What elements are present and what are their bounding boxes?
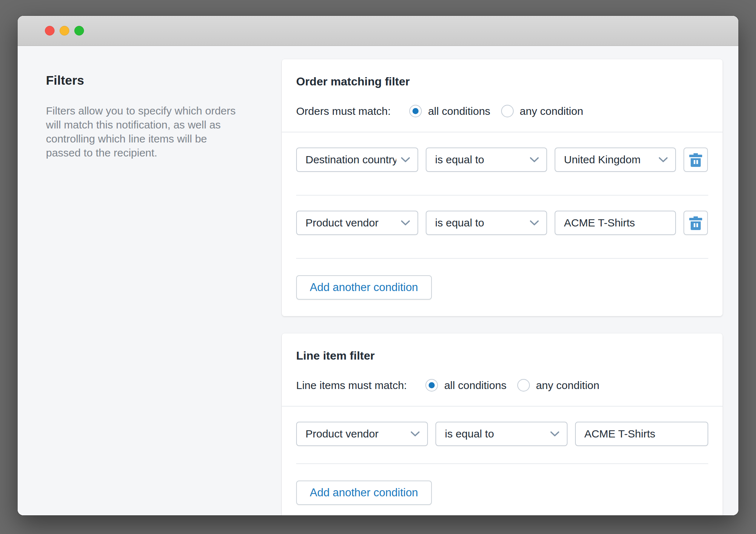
line-item-match-mode-row: Line items must match: all conditions an…	[296, 379, 708, 392]
condition-operator-select[interactable]: is equal to	[435, 422, 567, 446]
order-match-any-option[interactable]: any condition	[501, 105, 583, 117]
order-filter-title: Order matching filter	[296, 75, 708, 88]
page-title: Filters	[46, 73, 236, 88]
filter-cards: Order matching filter Orders must match:…	[282, 59, 723, 515]
filters-annotation-panel: Filters Filters allow you to specify whi…	[46, 73, 236, 160]
condition-value-input[interactable]	[575, 422, 708, 446]
condition-operator-value: is equal to	[435, 154, 525, 166]
filters-description: Filters allow you to specify which order…	[46, 104, 236, 160]
chevron-down-icon	[658, 157, 668, 163]
radio-button-icon[interactable]	[501, 105, 514, 117]
condition-operator-value: is equal to	[445, 428, 545, 440]
condition-field-value: Product vendor	[305, 428, 406, 440]
condition-value: United Kingdom	[564, 154, 654, 166]
delete-condition-button[interactable]	[683, 211, 708, 235]
order-match-mode-row: Orders must match: all conditions any co…	[296, 105, 708, 117]
condition-operator-select[interactable]: is equal to	[426, 147, 547, 172]
radio-button-icon[interactable]	[409, 105, 422, 117]
line-item-match-all-label: all conditions	[444, 379, 506, 392]
chevron-down-icon	[401, 220, 410, 226]
zoom-window-button[interactable]	[74, 26, 84, 36]
traffic-lights	[45, 26, 84, 36]
line-item-filter-card: Line item filter Line items must match: …	[282, 333, 723, 515]
trash-icon	[689, 153, 703, 167]
order-match-all-option[interactable]: all conditions	[409, 105, 490, 117]
condition-operator-value: is equal to	[435, 217, 525, 229]
order-add-row: Add another condition	[282, 259, 723, 316]
chevron-down-icon	[401, 157, 410, 163]
line-item-filter-header: Line item filter Line items must match: …	[282, 333, 723, 406]
close-window-button[interactable]	[45, 26, 55, 36]
order-match-all-label: all conditions	[428, 105, 490, 117]
condition-field-select[interactable]: Product vendor	[296, 422, 428, 446]
condition-value-input[interactable]	[555, 211, 676, 235]
line-item-condition-row-1: Product vendor is equal to	[282, 407, 723, 463]
radio-button-icon[interactable]	[517, 379, 530, 392]
radio-button-icon[interactable]	[425, 379, 438, 392]
window-titlebar[interactable]	[18, 16, 738, 46]
app-window: Filters Filters allow you to specify whi…	[18, 16, 738, 515]
delete-condition-button[interactable]	[683, 147, 708, 172]
condition-field-value: Product vendor	[305, 217, 396, 229]
order-match-label: Orders must match:	[296, 105, 391, 117]
order-condition-row-1: Destination country is equal to United K…	[282, 132, 723, 195]
add-condition-button[interactable]: Add another condition	[296, 481, 432, 505]
chevron-down-icon	[550, 431, 560, 437]
condition-operator-select[interactable]: is equal to	[426, 211, 547, 235]
line-item-match-label: Line items must match:	[296, 379, 407, 392]
order-matching-filter-card: Order matching filter Orders must match:…	[282, 59, 723, 316]
line-item-add-row: Add another condition	[282, 464, 723, 515]
line-item-match-any-option[interactable]: any condition	[517, 379, 599, 392]
order-match-any-label: any condition	[520, 105, 583, 117]
condition-field-select[interactable]: Product vendor	[296, 211, 418, 235]
minimize-window-button[interactable]	[60, 26, 69, 36]
line-item-match-any-label: any condition	[536, 379, 599, 392]
trash-icon	[689, 216, 703, 230]
chevron-down-icon	[529, 157, 539, 163]
line-item-filter-title: Line item filter	[296, 349, 708, 362]
page-content: Filters Filters allow you to specify whi…	[18, 46, 738, 515]
order-condition-row-2: Product vendor is equal to	[282, 196, 723, 258]
order-filter-header: Order matching filter Orders must match:…	[282, 59, 723, 132]
add-condition-button[interactable]: Add another condition	[296, 275, 432, 300]
chevron-down-icon	[410, 431, 420, 437]
chevron-down-icon	[529, 220, 539, 226]
condition-field-select[interactable]: Destination country	[296, 147, 418, 172]
line-item-match-all-option[interactable]: all conditions	[425, 379, 506, 392]
condition-field-value: Destination country	[305, 154, 396, 166]
condition-value-select[interactable]: United Kingdom	[555, 147, 676, 172]
